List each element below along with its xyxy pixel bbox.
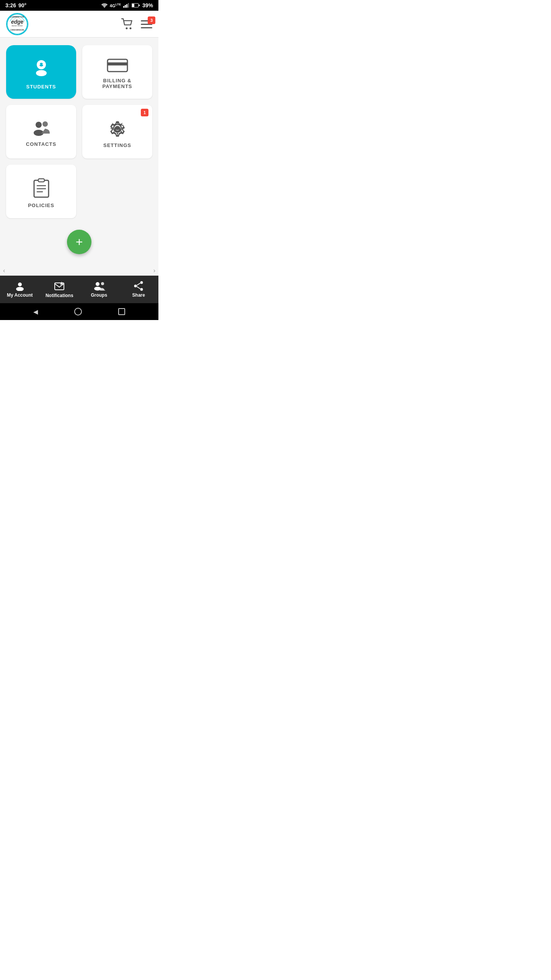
svg-point-38 <box>96 282 99 286</box>
signal-icon <box>123 3 129 8</box>
nav-share-label: Share <box>132 292 145 298</box>
nav-groups-label: Groups <box>91 292 107 298</box>
empty-cell <box>82 165 152 218</box>
svg-rect-2 <box>125 5 126 8</box>
students-icon <box>31 58 52 79</box>
contacts-card[interactable]: CONTACTS <box>6 105 76 158</box>
svg-rect-31 <box>38 179 44 182</box>
menu-button[interactable]: 3 <box>141 20 152 29</box>
status-bar: 3:26 90° 4GLTE 39% <box>0 0 158 11</box>
nav-my-account-label: My Account <box>7 292 33 298</box>
home-button[interactable] <box>74 308 82 315</box>
svg-point-15 <box>130 27 132 29</box>
settings-card[interactable]: 1 SETTINGS <box>82 105 152 158</box>
add-icon: + <box>76 236 83 248</box>
svg-line-45 <box>137 287 140 289</box>
cart-icon <box>121 18 134 30</box>
main-content: STUDENTS BILLING & PAYMENTS CONTACTS <box>0 38 158 266</box>
svg-rect-37 <box>55 283 64 290</box>
battery-percent: 39% <box>142 2 153 8</box>
svg-point-35 <box>18 283 22 286</box>
row-1: STUDENTS BILLING & PAYMENTS <box>6 45 152 99</box>
svg-point-0 <box>104 7 105 8</box>
cart-button[interactable] <box>121 18 134 30</box>
battery-icon <box>132 3 140 8</box>
billing-icon <box>107 58 128 73</box>
menu-badge: 3 <box>148 16 155 24</box>
svg-text:dance center: dance center <box>12 24 23 27</box>
svg-rect-4 <box>128 3 129 8</box>
header: LUMBERTON edge dance center CINNAMINSON <box>0 11 158 38</box>
row-2: CONTACTS 1 SETTINGS <box>6 105 152 158</box>
wifi-icon <box>101 3 108 8</box>
svg-point-21 <box>39 64 40 65</box>
my-account-icon <box>15 281 25 291</box>
svg-point-43 <box>134 285 137 287</box>
settings-badge: 1 <box>141 109 148 116</box>
policies-icon <box>33 178 50 198</box>
svg-text:CINNAMINSON: CINNAMINSON <box>10 29 24 31</box>
recent-apps-button[interactable] <box>118 308 125 315</box>
billing-card[interactable]: BILLING & PAYMENTS <box>82 45 152 99</box>
svg-rect-6 <box>139 5 140 6</box>
svg-text:LUMBERTON: LUMBERTON <box>10 16 24 18</box>
svg-point-26 <box>36 122 42 128</box>
bottom-nav: My Account Notifications Groups <box>0 276 158 303</box>
svg-rect-3 <box>126 4 127 8</box>
add-button[interactable]: + <box>67 230 91 254</box>
policies-card[interactable]: POLICIES <box>6 165 76 218</box>
scroll-left-icon: ‹ <box>3 267 5 274</box>
contacts-label: CONTACTS <box>26 141 56 147</box>
share-icon <box>133 281 144 291</box>
status-temperature: 90° <box>18 2 26 8</box>
scroll-right-icon: › <box>153 267 155 274</box>
svg-rect-25 <box>108 62 127 65</box>
nav-groups[interactable]: Groups <box>79 281 119 298</box>
svg-point-23 <box>36 70 47 76</box>
contacts-icon <box>31 120 52 137</box>
settings-label: SETTINGS <box>103 142 131 148</box>
nav-share[interactable]: Share <box>119 281 159 298</box>
svg-rect-7 <box>132 4 134 7</box>
svg-text:edge: edge <box>11 19 24 25</box>
notifications-icon <box>54 281 65 291</box>
scroll-indicator: ‹ › <box>0 266 158 276</box>
svg-point-14 <box>126 27 128 29</box>
svg-rect-1 <box>123 6 124 8</box>
svg-point-39 <box>94 287 101 291</box>
nav-notifications-label: Notifications <box>46 293 73 298</box>
svg-line-44 <box>137 283 140 286</box>
nav-my-account[interactable]: My Account <box>0 281 40 298</box>
svg-point-42 <box>140 288 143 291</box>
svg-point-41 <box>140 281 143 284</box>
svg-rect-18 <box>141 27 152 28</box>
billing-label: BILLING & PAYMENTS <box>88 78 146 89</box>
students-card[interactable]: STUDENTS <box>6 45 76 99</box>
svg-point-28 <box>42 121 48 127</box>
settings-icon-2 <box>109 120 126 138</box>
svg-point-36 <box>16 287 24 291</box>
network-icon: 4GLTE <box>110 3 121 8</box>
header-icons: 3 <box>121 18 152 30</box>
back-button[interactable]: ◀ <box>33 308 38 315</box>
android-nav: ◀ <box>0 303 158 320</box>
status-time: 3:26 <box>5 2 16 8</box>
logo[interactable]: LUMBERTON edge dance center CINNAMINSON <box>6 13 28 35</box>
groups-icon <box>93 281 105 291</box>
svg-point-22 <box>42 64 43 65</box>
row-3: POLICIES <box>6 165 152 218</box>
nav-notifications[interactable]: Notifications <box>40 281 80 298</box>
policies-label: POLICIES <box>28 203 54 208</box>
students-label: STUDENTS <box>26 84 56 90</box>
fab-container: + <box>6 230 152 254</box>
svg-point-40 <box>101 282 104 285</box>
